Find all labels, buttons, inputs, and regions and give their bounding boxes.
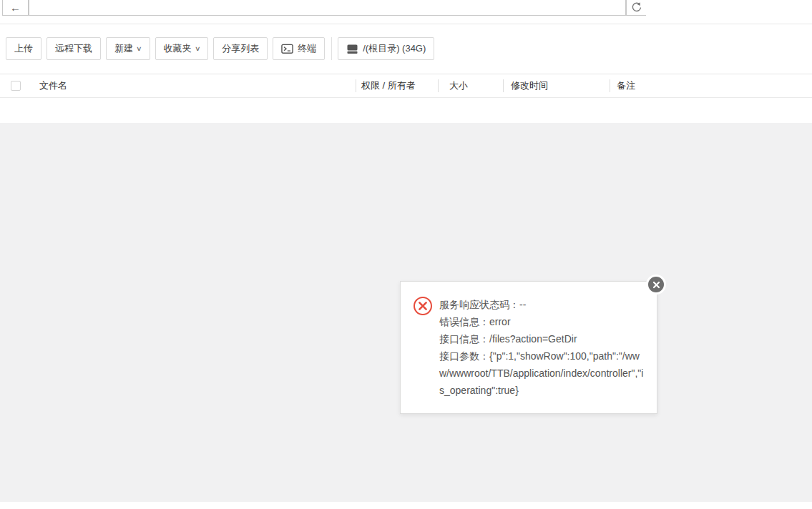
share-list-label: 分享列表 (222, 42, 259, 55)
error-params-line: 接口参数：{"p":1,"showRow":100,"path":"/www/w… (439, 347, 645, 399)
root-directory-button[interactable]: /(根目录) (34G) (338, 37, 434, 60)
file-list-empty-row (0, 99, 812, 123)
favorites-menu-button[interactable]: 收藏夹 ∨ (155, 37, 209, 60)
remote-download-button[interactable]: 远程下载 (47, 37, 101, 60)
new-menu-button[interactable]: 新建 ∨ (106, 37, 150, 60)
arrow-left-icon: ← (10, 1, 21, 14)
new-menu-label: 新建 (114, 42, 133, 55)
select-all-checkbox[interactable] (11, 81, 21, 91)
file-table-header: 文件名 权限 / 所有者 大小 修改时间 备注 (0, 74, 812, 98)
share-list-button[interactable]: 分享列表 (213, 37, 268, 60)
refresh-button[interactable] (626, 0, 646, 16)
chevron-down-icon: ∨ (195, 45, 201, 52)
column-note: 备注 (610, 74, 812, 97)
column-header-filename[interactable]: 文件名 (39, 79, 67, 92)
error-dialog-message: 服务响应状态码：-- 错误信息：error 接口信息：/files?action… (439, 296, 645, 399)
toolbar-separator (331, 37, 332, 60)
column-header-size[interactable]: 大小 (449, 79, 468, 92)
favorites-label: 收藏夹 (164, 42, 192, 55)
upload-button[interactable]: 上传 (6, 37, 41, 60)
toolbar: 上传 远程下载 新建 ∨ 收藏夹 ∨ 分享列表 终端 (0, 24, 812, 74)
column-header-modified-time[interactable]: 修改时间 (511, 79, 548, 92)
remote-download-label: 远程下载 (55, 42, 92, 55)
upload-button-label: 上传 (14, 42, 33, 55)
terminal-label: 终端 (298, 42, 316, 55)
terminal-button[interactable]: 终端 (273, 37, 325, 60)
refresh-icon (631, 1, 642, 13)
file-manager-page: ← 上传 远程下载 新建 ∨ 收藏夹 ∨ 分享列表 (0, 0, 812, 509)
column-header-permissions-owner: 权限 / 所有者 (361, 79, 416, 92)
column-size: 大小 (438, 74, 503, 97)
terminal-icon (281, 44, 293, 54)
path-address-input[interactable] (29, 0, 626, 16)
chevron-down-icon: ∨ (136, 45, 142, 52)
column-header-note: 备注 (617, 79, 635, 92)
address-bar: ← (0, 0, 646, 24)
error-message-line: 错误信息：error (439, 313, 645, 330)
dialog-close-button[interactable] (646, 275, 666, 295)
error-status-line: 服务响应状态码：-- (439, 296, 645, 313)
column-filename: 文件名 (0, 74, 356, 97)
error-icon (413, 296, 433, 316)
back-button[interactable]: ← (2, 0, 29, 16)
error-api-line: 接口信息：/files?action=GetDir (439, 330, 645, 347)
hard-drive-icon (346, 44, 358, 54)
page-bottom (0, 502, 812, 509)
error-dialog: 服务响应状态码：-- 错误信息：error 接口信息：/files?action… (400, 281, 657, 414)
close-icon (652, 281, 660, 289)
root-directory-label: /(根目录) (34G) (363, 42, 426, 55)
column-permissions-owner: 权限 / 所有者 (356, 74, 438, 97)
column-modified-time: 修改时间 (503, 74, 610, 97)
